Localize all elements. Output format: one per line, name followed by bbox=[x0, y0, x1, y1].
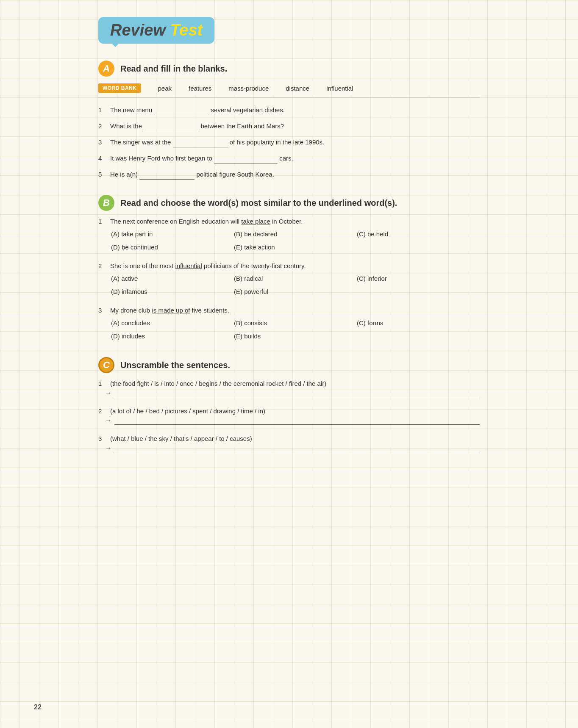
section-a-header: A Read and fill in the blanks. bbox=[98, 61, 480, 77]
section-a-q1: 1 The new menu several vegetarian dishes… bbox=[98, 105, 480, 115]
choice-b2-e[interactable]: (E) powerful bbox=[234, 286, 357, 297]
section-b-q3-header: 3 My drone club is made up of five stude… bbox=[98, 307, 480, 314]
choice-b2-b[interactable]: (B) radical bbox=[234, 273, 357, 284]
section-a-questions: 1 The new menu several vegetarian dishes… bbox=[98, 105, 480, 180]
arrow-icon-2: → bbox=[105, 417, 112, 424]
choice-b1-e[interactable]: (E) take action bbox=[234, 241, 357, 253]
section-c-q3-answer-line: → bbox=[98, 444, 480, 452]
answer-blank-c1[interactable] bbox=[114, 389, 480, 397]
section-c-q3-prompt: 3 (what / blue / the sky / that's / appe… bbox=[98, 435, 480, 442]
section-b: B Read and choose the word(s) most simil… bbox=[98, 195, 480, 342]
review-test-badge: Review Test bbox=[98, 17, 214, 44]
choice-b2-d[interactable]: (D) infamous bbox=[111, 286, 234, 297]
word-bank-row: WORD BANK peak features mass-produce dis… bbox=[98, 83, 480, 97]
choice-b1-c[interactable]: (C) be held bbox=[357, 228, 480, 240]
choice-b2-a[interactable]: (A) active bbox=[111, 273, 234, 284]
section-c-q2: 2 (a lot of / he / bed / pictures / spen… bbox=[98, 407, 480, 425]
section-b-q3-choices: (A) concludes (B) consists (C) forms (D)… bbox=[98, 317, 480, 342]
word-bank-label: WORD BANK bbox=[98, 83, 141, 93]
section-b-instruction: Read and choose the word(s) most similar… bbox=[120, 198, 397, 208]
review-test-title: Review Test bbox=[110, 21, 203, 39]
section-a-badge: A bbox=[98, 61, 114, 77]
section-c-header: C Unscramble the sentences. bbox=[98, 357, 480, 373]
choice-b3-a[interactable]: (A) concludes bbox=[111, 317, 234, 329]
blank-a3[interactable] bbox=[173, 140, 228, 147]
section-c-q2-prompt: 2 (a lot of / he / bed / pictures / spen… bbox=[98, 407, 480, 415]
choice-b1-d[interactable]: (D) be continued bbox=[111, 241, 234, 253]
section-b-header: B Read and choose the word(s) most simil… bbox=[98, 195, 480, 211]
choice-b2-c[interactable]: (C) inferior bbox=[357, 273, 480, 284]
choice-b3-d[interactable]: (D) includes bbox=[111, 330, 234, 342]
section-a: A Read and fill in the blanks. WORD BANK… bbox=[98, 61, 480, 180]
section-b-q2: 2 She is one of the most influential pol… bbox=[98, 262, 480, 297]
page-number: 22 bbox=[34, 703, 42, 711]
section-b-q2-choices: (A) active (B) radical (C) inferior (D) … bbox=[98, 273, 480, 297]
section-a-instruction: Read and fill in the blanks. bbox=[120, 64, 227, 74]
section-b-q3: 3 My drone club is made up of five stude… bbox=[98, 307, 480, 342]
test-word: Test bbox=[170, 21, 203, 39]
choice-b3-b[interactable]: (B) consists bbox=[234, 317, 357, 329]
word-bank-word-4: influential bbox=[326, 85, 353, 92]
page: Review Test A Read and fill in the blank… bbox=[0, 0, 578, 728]
section-c-q2-answer-line: → bbox=[98, 416, 480, 425]
section-c-q3: 3 (what / blue / the sky / that's / appe… bbox=[98, 435, 480, 452]
section-c-q1: 1 (the food fight / is / into / once / b… bbox=[98, 380, 480, 397]
word-bank-word-3: distance bbox=[286, 85, 309, 92]
blank-a4[interactable] bbox=[214, 156, 278, 163]
section-b-q1-header: 1 The next conference on English educati… bbox=[98, 218, 480, 225]
section-a-q5: 5 He is a(n) political figure South Kore… bbox=[98, 169, 480, 180]
section-b-q2-header: 2 She is one of the most influential pol… bbox=[98, 262, 480, 269]
choice-b1-b[interactable]: (B) be declared bbox=[234, 228, 357, 240]
section-b-q1: 1 The next conference on English educati… bbox=[98, 218, 480, 253]
section-a-q3: 3 The singer was at the of his popularit… bbox=[98, 137, 480, 147]
review-word: Review bbox=[110, 21, 166, 39]
section-a-q2: 2 What is the between the Earth and Mars… bbox=[98, 121, 480, 131]
section-a-q4: 4 It was Henry Ford who first began to c… bbox=[98, 153, 480, 163]
choice-b1-a[interactable]: (A) take part in bbox=[111, 228, 234, 240]
word-bank-word-0: peak bbox=[158, 85, 172, 92]
main-content: Review Test A Read and fill in the blank… bbox=[98, 17, 480, 452]
section-c-instruction: Unscramble the sentences. bbox=[120, 360, 230, 370]
section-c-q1-answer-line: → bbox=[98, 389, 480, 397]
blank-a1[interactable] bbox=[154, 108, 209, 115]
answer-blank-c3[interactable] bbox=[114, 444, 480, 452]
section-b-q1-choices: (A) take part in (B) be declared (C) be … bbox=[98, 228, 480, 253]
choice-b3-e[interactable]: (E) builds bbox=[234, 330, 357, 342]
section-c: C Unscramble the sentences. 1 (the food … bbox=[98, 357, 480, 452]
answer-blank-c2[interactable] bbox=[114, 416, 480, 425]
blank-a2[interactable] bbox=[144, 124, 199, 131]
section-b-badge: B bbox=[98, 195, 114, 211]
arrow-icon-3: → bbox=[105, 444, 112, 452]
blank-a5[interactable] bbox=[139, 172, 195, 180]
section-c-badge: C bbox=[98, 357, 114, 373]
word-bank-word-2: mass-produce bbox=[228, 85, 269, 92]
choice-b3-c[interactable]: (C) forms bbox=[357, 317, 480, 329]
section-c-q1-prompt: 1 (the food fight / is / into / once / b… bbox=[98, 380, 480, 387]
word-bank-word-1: features bbox=[189, 85, 211, 92]
arrow-icon-1: → bbox=[105, 389, 112, 397]
